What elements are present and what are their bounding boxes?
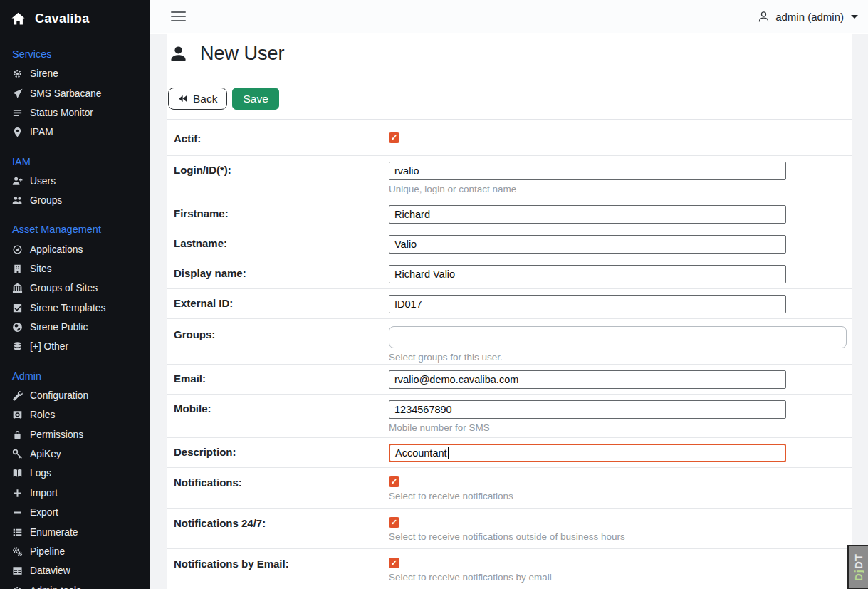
sidebar-item-admin-tools[interactable]: Admin tools: [0, 581, 150, 589]
menu-toggle-icon[interactable]: [169, 9, 187, 24]
form-row-external-id: External ID:ID017: [167, 289, 852, 319]
description-input[interactable]: Accountant: [389, 444, 786, 462]
gear-icon: [12, 68, 23, 79]
sidebar-item-roles[interactable]: Roles: [0, 405, 150, 424]
bars-icon: [12, 108, 23, 118]
field-label-external-id: External ID:: [167, 289, 389, 318]
sidebar-item-pipeline[interactable]: Pipeline: [0, 542, 150, 561]
notifications-by-email-checkbox[interactable]: [389, 558, 399, 568]
field-label-mobile: Mobile:: [167, 395, 389, 437]
sidebar-heading-iam[interactable]: IAM: [0, 152, 150, 172]
field-label-notifications-by-email: Notifications by Email:: [167, 549, 389, 589]
sidebar-item-users[interactable]: Users: [0, 172, 150, 191]
sidebar-item-label: Users: [30, 176, 56, 187]
sidebar-heading-services[interactable]: Services: [0, 45, 150, 64]
user-menu-label: admin (admin): [775, 11, 844, 23]
home-icon: [11, 11, 26, 26]
notifications-24-7-checkbox[interactable]: [389, 517, 399, 528]
sidebar-heading-admin[interactable]: Admin: [0, 367, 150, 386]
sidebar-item-sirene-templates[interactable]: Sirene Templates: [0, 298, 150, 318]
sidebar-item-ipam[interactable]: IPAM: [0, 123, 150, 142]
form-row-description: Description:Accountant: [167, 438, 852, 468]
email-input[interactable]: rvalio@demo.cavaliba.com: [389, 370, 786, 389]
back-button[interactable]: Back: [168, 88, 227, 110]
field-help-notifications-by-email: Select to receive notifications by email: [389, 572, 852, 583]
groups-input[interactable]: [389, 326, 847, 348]
form-row-notifications-24-7: Notifications 24/7:Select to receive not…: [167, 509, 852, 549]
sidebar-section-admin: AdminConfigurationRolesPermissionsApiKey…: [0, 367, 150, 589]
people-icon: [12, 195, 23, 206]
brand[interactable]: Cavaliba: [0, 0, 150, 26]
django-debug-toolbar-handle[interactable]: DjDT: [847, 545, 868, 589]
sidebar-item-label: Admin tools: [30, 585, 81, 589]
list-icon: [12, 527, 23, 538]
form-row-lastname: Lastname:Valio: [167, 229, 852, 259]
display-name-input[interactable]: Richard Valio: [389, 265, 786, 283]
sidebar-item-groups-of-sites[interactable]: Groups of Sites: [0, 278, 150, 298]
sidebar-item-label: Sirene Public: [30, 322, 88, 333]
sidebar-item-sirene[interactable]: Sirene: [0, 64, 150, 83]
page-header: New User: [167, 34, 852, 73]
save-button[interactable]: Save: [232, 88, 278, 110]
sidebar-item-label: Enumerate: [30, 527, 78, 538]
bank-icon: [12, 283, 23, 293]
external-id-input[interactable]: ID017: [389, 295, 786, 313]
table-icon: [12, 565, 23, 576]
field-label-login-id: Login/ID(*):: [167, 156, 389, 199]
page-title: New User: [200, 43, 285, 65]
sidebar-item-apikey[interactable]: ApiKey: [0, 444, 150, 464]
sidebar-item-label: Groups of Sites: [30, 283, 98, 293]
sidebar-item-label: Pipeline: [30, 546, 65, 557]
form-row-firstname: Firstname:Richard: [167, 199, 852, 229]
sidebar-item-label: Groups: [30, 195, 62, 206]
field-control: rvalioUnique, login or contact name: [389, 156, 852, 199]
sidebar-item-label: Roles: [30, 410, 55, 420]
form-row-mobile: Mobile:1234567890Mobile number for SMS: [167, 395, 852, 438]
safe-icon: [12, 410, 23, 420]
sidebar-item-label: Sites: [30, 264, 52, 274]
sidebar-item-other[interactable]: [+] Other: [0, 337, 150, 356]
field-help-login-id: Unique, login or contact name: [389, 184, 852, 194]
topbar: admin (admin): [150, 0, 868, 33]
lock-icon: [12, 429, 23, 440]
wrench-icon: [12, 390, 23, 401]
stack-icon: [12, 341, 23, 352]
lastname-input[interactable]: Valio: [389, 235, 786, 254]
form-row-notifications-by-email: Notifications by Email:Select to receive…: [167, 549, 852, 589]
sidebar-item-dataview[interactable]: Dataview: [0, 561, 150, 580]
field-label-email: Email:: [167, 365, 389, 394]
sidebar-item-export[interactable]: Export: [0, 503, 150, 522]
form-row-notifications: Notifications:Select to receive notifica…: [167, 468, 852, 509]
firstname-input[interactable]: Richard: [389, 205, 786, 224]
sidebar-item-label: Sirene Templates: [30, 303, 105, 313]
person-fill-icon: [169, 44, 188, 63]
login-id-input[interactable]: rvalio: [389, 162, 786, 180]
toolbar: Back Save: [167, 73, 852, 120]
field-control: 1234567890Mobile number for SMS: [389, 395, 852, 437]
sidebar-item-groups[interactable]: Groups: [0, 191, 150, 210]
sidebar-item-import[interactable]: Import: [0, 484, 150, 503]
field-control: Select to receive notifications outside …: [389, 509, 852, 548]
content-area: New User Back Save Actif:Login/ID(*):rva…: [150, 34, 868, 589]
sidebar-item-logs[interactable]: Logs: [0, 464, 150, 483]
mobile-input[interactable]: 1234567890: [389, 400, 786, 419]
sidebar-heading-asset-management[interactable]: Asset Management: [0, 220, 150, 239]
sidebar-item-label: Dataview: [30, 565, 70, 576]
actif-checkbox[interactable]: [389, 132, 399, 143]
sidebar-item-permissions[interactable]: Permissions: [0, 424, 150, 444]
sidebar-item-sites[interactable]: Sites: [0, 259, 150, 278]
sidebar-item-applications[interactable]: Applications: [0, 239, 150, 259]
field-label-description: Description:: [167, 438, 389, 467]
form-row-email: Email:rvalio@demo.cavaliba.com: [167, 365, 852, 395]
key-icon: [12, 449, 23, 459]
field-label-firstname: Firstname:: [167, 199, 389, 229]
notifications-checkbox[interactable]: [389, 476, 399, 487]
sidebar-item-sirene-public[interactable]: Sirene Public: [0, 318, 150, 337]
sidebar-item-enumerate[interactable]: Enumerate: [0, 522, 150, 541]
sidebar-item-status-monitor[interactable]: Status Monitor: [0, 103, 150, 123]
sidebar-item-configuration[interactable]: Configuration: [0, 386, 150, 405]
sidebar-item-sms-sarbacane[interactable]: SMS Sarbacane: [0, 83, 150, 103]
user-menu[interactable]: admin (admin): [758, 11, 861, 23]
main-card: New User Back Save Actif:Login/ID(*):rva…: [167, 34, 852, 589]
sidebar-item-label: Applications: [30, 244, 83, 255]
